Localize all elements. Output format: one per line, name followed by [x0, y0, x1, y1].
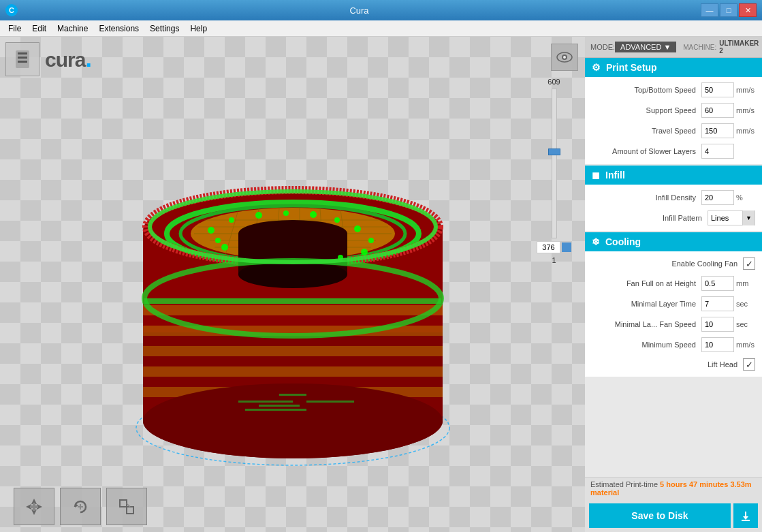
svg-rect-61 [30, 505, 38, 508]
close-button[interactable]: ✕ [739, 3, 757, 17]
main-layout: cura . [0, 37, 762, 532]
cooling-header: ❄ Cooling [585, 232, 762, 251]
svg-rect-66 [127, 507, 133, 514]
infill-pattern-row: Infill Pattern Lines ▼ [585, 208, 762, 228]
menubar: File Edit Machine Extensions Settings He… [0, 20, 762, 37]
restore-button[interactable]: □ [720, 3, 737, 17]
mode-bar-right: ADVANCED ▼ MACHINE: ULTIMAKER 2 ▼ [615, 40, 762, 54]
machine-label: MACHINE: [683, 44, 716, 51]
minimal-fan-speed-label: Minimal La... Fan Speed [592, 320, 701, 328]
print-setup-header: ⚙ Print Setup [585, 58, 762, 77]
travel-speed-input[interactable] [701, 123, 734, 138]
infill-icon: ◼ [592, 170, 600, 181]
layer-slider-thumb[interactable] [548, 148, 560, 155]
layer-slider-area[interactable]: 609 376 1 [537, 78, 571, 264]
fan-full-height-input[interactable] [701, 276, 734, 291]
support-speed-label: Support Speed [592, 106, 701, 114]
save-extra-button[interactable] [733, 503, 758, 528]
menu-help[interactable]: Help [185, 22, 212, 35]
top-bottom-speed-input[interactable] [701, 82, 734, 97]
infill-pattern-value: Lines [708, 213, 742, 223]
enable-cooling-checkbox[interactable]: ✓ [743, 257, 755, 270]
minimum-speed-input-group: mm/s [701, 337, 755, 352]
travel-speed-label: Travel Speed [592, 127, 701, 135]
minimal-layer-time-label: Minimal Layer Time [592, 300, 701, 308]
layer-top-value: 609 [547, 78, 560, 86]
minimal-layer-time-input-group: sec [701, 296, 755, 311]
slower-layers-row: Amount of Slower Layers [585, 141, 762, 161]
menu-edit[interactable]: Edit [27, 22, 52, 35]
svg-rect-53 [245, 409, 306, 411]
slower-layers-input[interactable] [701, 144, 734, 159]
svg-marker-69 [743, 516, 748, 520]
minimum-speed-row: Minimum Speed mm/s [585, 334, 762, 355]
minimum-speed-input[interactable] [701, 337, 734, 352]
bottom-toolbar [14, 488, 147, 525]
layer-indicator [562, 242, 571, 252]
tool-button-scale[interactable] [106, 488, 147, 525]
print-time: 5 hours 47 minutes [660, 480, 728, 488]
slower-layers-label: Amount of Slower Layers [592, 147, 701, 155]
layer-bottom-value: 1 [552, 256, 556, 264]
svg-point-30 [208, 227, 215, 234]
menu-settings[interactable]: Settings [144, 22, 185, 35]
top-bottom-speed-unit: mm/s [736, 86, 755, 94]
mode-chevron-icon: ▼ [663, 43, 671, 51]
infill-form: Infill Density % Infill Pattern Lines ▼ [585, 185, 762, 231]
fan-full-height-label: Fan Full on at Height [592, 279, 701, 287]
tool-button-move[interactable] [14, 488, 54, 525]
support-speed-input-group: mm/s [701, 103, 755, 118]
mode-bar: MODE: ADVANCED ▼ MACHINE: ULTIMAKER 2 ▼ [585, 37, 762, 58]
minimal-fan-speed-unit: sec [736, 320, 755, 328]
minimize-button[interactable]: — [701, 3, 718, 17]
minimal-layer-time-unit: sec [736, 300, 755, 308]
slower-layers-input-group [701, 144, 755, 159]
estimated-label: Estimated Print-time [590, 480, 660, 488]
infill-density-label: Infill Density [592, 193, 701, 202]
status-bar: Estimated Print-time 5 hours 47 minutes … [585, 477, 762, 499]
svg-rect-55 [306, 401, 354, 403]
support-speed-input[interactable] [701, 103, 734, 118]
model-canvas [0, 37, 585, 532]
infill-header: ◼ Infill [585, 166, 762, 185]
fan-full-height-unit: mm [736, 279, 755, 287]
viewport[interactable]: cura . [0, 37, 585, 532]
svg-point-41 [215, 238, 221, 243]
infill-section: ◼ Infill Infill Density % Infill Pattern… [585, 166, 762, 232]
save-to-disk-button[interactable]: Save to Disk [589, 503, 731, 528]
svg-point-32 [255, 212, 262, 219]
tool-button-rotate[interactable] [60, 488, 101, 525]
infill-pattern-select[interactable]: Lines ▼ [708, 210, 755, 225]
minimal-layer-time-input[interactable] [701, 296, 734, 311]
print-setup-form: Top/Bottom Speed mm/s Support Speed mm/s… [585, 77, 762, 164]
menu-extensions[interactable]: Extensions [93, 22, 144, 35]
top-bottom-speed-row: Top/Bottom Speed mm/s [585, 80, 762, 100]
travel-speed-unit: mm/s [736, 127, 755, 135]
minimal-fan-speed-input-group: sec [701, 317, 755, 332]
infill-pattern-arrow[interactable]: ▼ [742, 210, 755, 225]
mode-label: MODE: [590, 43, 615, 51]
print-setup-title: Print Setup [606, 62, 657, 73]
minimal-fan-speed-input[interactable] [701, 317, 734, 332]
svg-rect-44 [143, 346, 443, 356]
lift-head-row: Lift Head ✓ [585, 355, 762, 374]
model-svg [89, 87, 497, 482]
svg-point-29 [238, 261, 347, 288]
minimal-layer-time-row: Minimal Layer Time sec [585, 294, 762, 314]
travel-speed-input-group: mm/s [701, 123, 755, 138]
svg-rect-52 [259, 405, 300, 407]
svg-point-38 [361, 249, 368, 255]
print-setup-section: ⚙ Print Setup Top/Bottom Speed mm/s Supp… [585, 58, 762, 166]
support-speed-unit: mm/s [736, 106, 755, 114]
menu-file[interactable]: File [3, 22, 27, 35]
mode-advanced-button[interactable]: ADVANCED ▼ [615, 42, 676, 52]
lift-head-input-group: ✓ [743, 358, 755, 371]
svg-rect-54 [279, 394, 306, 396]
infill-density-input[interactable] [701, 190, 734, 205]
layer-slider-track[interactable] [552, 89, 557, 238]
right-panel: MODE: ADVANCED ▼ MACHINE: ULTIMAKER 2 ▼ … [585, 37, 762, 532]
lift-head-checkbox[interactable]: ✓ [743, 358, 755, 371]
menu-machine[interactable]: Machine [52, 22, 93, 35]
mode-value: ADVANCED [620, 43, 661, 51]
layer-current-container: 376 [537, 241, 571, 253]
